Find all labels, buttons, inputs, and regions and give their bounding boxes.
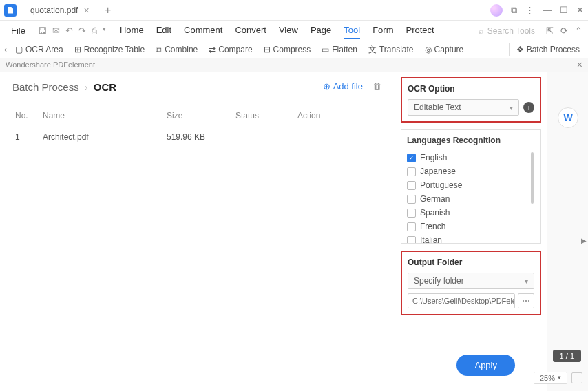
zoom-dropdown[interactable]: 25% ▾ [534,372,567,384]
cloud-icon[interactable]: ⟳ [560,25,568,36]
chevron-down-icon[interactable]: ▾ [103,25,106,36]
mail-icon[interactable]: ✉ [52,25,60,36]
cell-action [297,132,380,142]
search-icon: ⌕ [479,26,483,36]
document-tab[interactable]: quotation.pdf × [23,2,96,19]
share-icon[interactable]: ⧉ [511,5,517,16]
lang-item-french[interactable]: French [407,220,535,233]
lang-item-japanese[interactable]: Japanese [407,165,535,178]
zoom-value: 25% [540,374,555,382]
languages-list[interactable]: English Japanese Portuguese German Spani… [407,151,535,243]
output-folder-section: Output Folder Specify folder ▾ C:\Users\… [401,251,541,315]
panel-title-text: Wondershare PDFelement [6,61,95,69]
output-mode-value: Specify folder [414,276,464,286]
info-icon[interactable]: i [523,102,534,113]
panel-actions: ⊕ Add file 🗑 [323,81,381,92]
new-tab-button[interactable]: + [101,3,116,18]
ocr-area-button[interactable]: ▢ OCR Area [11,43,67,56]
tab-form[interactable]: Form [372,22,393,39]
tab-view[interactable]: View [279,22,298,39]
menubar-right-icons: ⇱ ⟳ ⌃ [546,25,582,36]
browse-button[interactable]: ⋯ [518,293,534,308]
collapse-ribbon-icon[interactable]: ⌃ [575,25,582,36]
cell-status [235,132,297,142]
menubar: File 🖫 ✉ ↶ ↷ ⎙ ▾ Home Edit Comment Conve… [0,21,588,41]
output-mode-dropdown[interactable]: Specify folder ▾ [408,273,534,289]
quick-icons: 🖫 ✉ ↶ ↷ ⎙ ▾ [38,25,106,36]
add-file-button[interactable]: ⊕ Add file [323,81,363,92]
combine-button[interactable]: ⧉ Combine [151,43,202,56]
options-pane: OCR Option Editable Text ▾ i Languages R… [395,72,547,391]
output-path-input[interactable]: C:\Users\Geili\Desktop\PDFelement\OC [408,293,515,308]
lang-item-spanish[interactable]: Spanish [407,206,535,220]
compare-button[interactable]: ⇄ Compare [204,43,256,56]
close-panel-icon[interactable]: × [577,59,582,70]
breadcrumb-batch[interactable]: Batch Process [12,81,79,93]
save-icon[interactable]: 🖫 [38,25,47,36]
close-window-icon[interactable]: ✕ [576,5,584,15]
checkbox-icon[interactable] [407,222,416,231]
apply-button[interactable]: Apply [456,355,515,376]
cell-name: Architect.pdf [43,132,167,142]
redo-icon[interactable]: ↷ [78,25,86,36]
minimize-icon[interactable]: — [543,5,552,15]
ocr-mode-dropdown[interactable]: Editable Text ▾ [408,99,519,116]
scrollbar[interactable] [531,152,534,204]
tab-comment[interactable]: Comment [184,22,222,39]
undo-icon[interactable]: ↶ [65,25,73,36]
maximize-icon[interactable]: ☐ [560,5,568,15]
lang-item-german[interactable]: German [407,192,535,206]
table-header: No. Name Size Status Action [12,105,383,127]
tab-convert[interactable]: Convert [235,22,266,39]
close-tab-icon[interactable]: × [83,5,89,16]
expand-sidebar-icon[interactable]: ▶ [581,237,587,244]
checkbox-icon[interactable] [407,154,416,162]
cell-no: 1 [15,132,43,142]
capture-button[interactable]: ◎ Capture [421,43,468,56]
tab-home[interactable]: Home [120,22,144,39]
print-icon[interactable]: ⎙ [92,25,97,36]
col-name: Name [43,111,167,120]
checkbox-icon[interactable] [407,209,416,218]
panel-titlebar: Wondershare PDFelement × [0,58,588,72]
ai-icon[interactable] [490,4,503,17]
lang-item-english[interactable]: English [407,151,535,165]
ocr-option-section: OCR Option Editable Text ▾ i [401,77,541,123]
tab-tool[interactable]: Tool [344,22,360,39]
checkbox-icon[interactable] [407,236,416,244]
file-menu[interactable]: File [6,24,31,37]
ocr-option-title: OCR Option [408,84,534,94]
tab-protect[interactable]: Protect [406,22,434,39]
recognize-table-button[interactable]: ⊞ Recognize Table [70,43,149,56]
app-icon [4,4,17,17]
breadcrumb-separator: › [85,81,88,93]
checkbox-icon[interactable] [407,195,416,204]
scroll-left-icon[interactable]: ‹ [4,45,7,54]
compress-button[interactable]: ⊟ Compress [260,43,315,56]
fit-page-icon[interactable] [571,372,582,383]
lang-item-italian[interactable]: Italian [407,233,535,243]
checkbox-icon[interactable] [407,167,416,176]
translate-button[interactable]: 文 Translate [364,43,418,57]
search-tools[interactable]: ⌕ Search Tools [479,26,535,36]
zoom-control: 25% ▾ [534,372,582,384]
tab-edit[interactable]: Edit [156,22,171,39]
tab-page[interactable]: Page [311,22,331,39]
menu-dots-icon[interactable]: ⋮ [525,5,534,15]
main-area: Batch Process › OCR ⊕ Add file 🗑 No. Nam… [0,72,588,391]
col-no: No. [15,111,43,120]
preview-sidebar: W ▶ 1 / 1 25% ▾ [547,72,588,391]
word-export-icon[interactable]: W [558,107,578,128]
lang-item-portuguese[interactable]: Portuguese [407,178,535,192]
languages-title: Languages Recognition [407,136,535,145]
flatten-button[interactable]: ▭ Flatten [317,43,361,56]
cell-size: 519.96 KB [167,132,235,142]
batch-panel: Batch Process › OCR ⊕ Add file 🗑 No. Nam… [0,72,395,391]
batch-process-button[interactable]: ❖ Batch Process [509,43,584,56]
chevron-down-icon: ▾ [510,104,513,112]
delete-icon[interactable]: 🗑 [372,81,381,92]
export-icon[interactable]: ⇱ [546,25,554,36]
tab-title: quotation.pdf [30,6,78,15]
table-row[interactable]: 1 Architect.pdf 519.96 KB [12,127,383,147]
checkbox-icon[interactable] [407,181,416,190]
